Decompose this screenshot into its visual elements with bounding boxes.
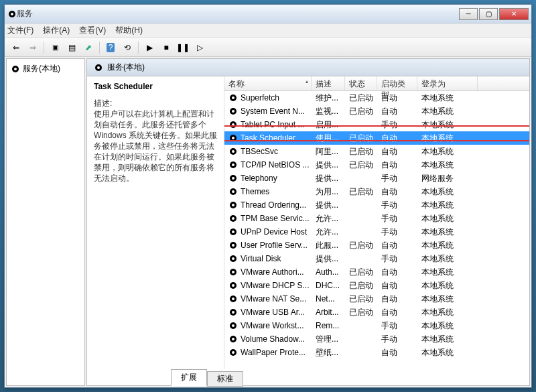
service-row[interactable]: UPnP Device Host允许...手动本地系统 [224, 225, 529, 239]
help-button[interactable]: ? [103, 40, 118, 55]
stop-icon: ■ [163, 43, 168, 52]
service-row[interactable]: VMware USB Ar...Arbit...已启动自动本地系统 [224, 306, 529, 319]
export-button[interactable]: ⬈ [81, 40, 96, 55]
service-name: VMware Workst... [241, 321, 304, 330]
minimize-button[interactable]: ─ [459, 8, 478, 20]
service-name: Virtual Disk [241, 254, 281, 263]
service-row[interactable]: Tablet PC Input ...启用...手动本地系统 [224, 118, 529, 131]
tabs: 扩展 标准 [87, 369, 529, 385]
pause-icon: ❚❚ [176, 43, 190, 52]
col-status[interactable]: 状态 [345, 76, 377, 90]
service-row[interactable]: VMware DHCP S...DHC...已启动自动本地系统 [224, 279, 529, 292]
desc-label: 描述: [94, 99, 112, 108]
service-startup: 手动 [377, 225, 417, 239]
play-icon: ▶ [147, 43, 153, 52]
tree-root[interactable]: 服务(本地) [9, 62, 82, 76]
service-row[interactable]: TBSecSvc阿里...已启动自动本地系统 [224, 145, 529, 158]
menu-action[interactable]: 操作(A) [43, 25, 70, 36]
service-desc: 提供... [312, 198, 345, 212]
service-row[interactable]: System Event N...监视...已启动自动本地系统 [224, 105, 529, 118]
service-status [345, 324, 377, 327]
stop-button[interactable]: ■ [159, 40, 174, 55]
service-status: 已启动 [345, 265, 377, 279]
service-row[interactable]: Thread Ordering...提供...手动本地系统 [224, 198, 529, 212]
service-name: VMware USB Ar... [241, 308, 305, 317]
service-name: TCP/IP NetBIOS ... [241, 160, 309, 170]
service-row[interactable]: TCP/IP NetBIOS ...提供...已启动自动本地系统 [224, 158, 529, 172]
show-hide-button[interactable]: ▣ [48, 40, 62, 55]
service-row[interactable]: Virtual Disk提供...手动本地系统 [224, 252, 529, 265]
gear-icon [11, 64, 20, 74]
service-logon: 本地系统 [417, 292, 478, 306]
col-desc[interactable]: 描述 [312, 76, 345, 90]
gear-icon [228, 200, 238, 210]
service-row[interactable]: Volume Shadow...管理...手动本地系统 [224, 332, 529, 346]
tab-extended[interactable]: 扩展 [171, 369, 207, 386]
service-startup: 手动 [377, 319, 417, 333]
service-startup: 自动 [377, 265, 417, 279]
service-row[interactable]: Task Scheduler使用...已启动自动本地系统 [224, 131, 529, 145]
main-header: 服务(本地) [87, 59, 529, 76]
gear-icon [228, 348, 238, 357]
help-icon: ? [107, 43, 115, 52]
service-desc: 提供... [312, 158, 345, 172]
tab-standard[interactable]: 标准 [207, 371, 243, 387]
start-button[interactable]: ▶ [142, 40, 157, 55]
service-logon: 本地系统 [417, 319, 478, 333]
service-row[interactable]: VMware NAT Se...Net...已启动自动本地系统 [224, 292, 529, 306]
back-button[interactable]: ⇐ [9, 40, 23, 55]
restart-icon: ▷ [197, 43, 203, 52]
service-row[interactable]: TPM Base Servic...允许...手动本地系统 [224, 212, 529, 225]
list-header: 名称 描述 状态 启动类型 登录为 [224, 76, 529, 91]
menu-help[interactable]: 帮助(H) [115, 25, 143, 36]
service-name: User Profile Serv... [241, 241, 308, 250]
service-startup: 自动 [377, 105, 417, 119]
service-desc: 维护... [312, 91, 345, 105]
pause-button[interactable]: ❚❚ [176, 40, 190, 55]
titlebar[interactable]: 服务 ─ ▢ ✕ [5, 5, 531, 23]
restart-button[interactable]: ▷ [192, 40, 207, 55]
menu-file[interactable]: 文件(F) [7, 25, 34, 36]
detail-title: Task Scheduler [94, 82, 217, 91]
service-row[interactable]: Superfetch维护...已启动自动本地系统 [224, 91, 529, 105]
service-row[interactable]: User Profile Serv...此服...已启动自动本地系统 [224, 239, 529, 252]
service-startup: 手动 [377, 118, 417, 132]
service-startup: 自动 [377, 292, 417, 306]
service-logon: 本地系统 [417, 185, 478, 199]
service-name: Tablet PC Input ... [241, 120, 304, 129]
service-row[interactable]: Telephony提供...手动网络服务 [224, 172, 529, 185]
close-button[interactable]: ✕ [499, 8, 529, 20]
service-logon: 本地系统 [417, 346, 478, 360]
service-row[interactable]: Themes为用...已启动自动本地系统 [224, 185, 529, 198]
service-status [345, 177, 377, 180]
menu-view[interactable]: 查看(V) [79, 25, 106, 36]
back-icon: ⇐ [13, 43, 19, 52]
maximize-button[interactable]: ▢ [479, 8, 498, 20]
service-desc: Arbit... [312, 306, 345, 318]
gear-icon [228, 214, 238, 223]
service-logon: 本地系统 [417, 158, 478, 172]
service-row[interactable]: VMware Workst...Rem...手动本地系统 [224, 319, 529, 332]
list-body[interactable]: Superfetch维护...已启动自动本地系统System Event N..… [224, 91, 529, 369]
service-status: 已启动 [345, 292, 377, 306]
service-startup: 自动 [377, 279, 417, 293]
service-status: 已启动 [345, 185, 377, 199]
col-startup[interactable]: 启动类型 [377, 76, 417, 90]
service-startup: 自动 [377, 131, 417, 145]
forward-button[interactable]: ⇒ [25, 40, 40, 55]
service-desc: Rem... [312, 320, 345, 332]
col-logon[interactable]: 登录为 [417, 76, 478, 90]
refresh-button[interactable]: ⟲ [120, 40, 135, 55]
main-header-title: 服务(本地) [107, 62, 145, 73]
service-startup: 自动 [377, 239, 417, 253]
service-row[interactable]: VMware Authori...Auth...已启动自动本地系统 [224, 265, 529, 279]
col-name[interactable]: 名称 [224, 76, 312, 90]
tree-root-label: 服务(本地) [23, 63, 60, 74]
gear-icon [228, 281, 238, 290]
service-row[interactable]: WallPaper Prote...壁纸...自动本地系统 [224, 346, 529, 359]
service-logon: 本地系统 [417, 105, 478, 119]
service-desc: Auth... [312, 266, 345, 278]
service-name: Telephony [241, 174, 277, 183]
service-name: Task Scheduler [241, 133, 295, 143]
properties-button[interactable]: ▤ [64, 40, 79, 55]
